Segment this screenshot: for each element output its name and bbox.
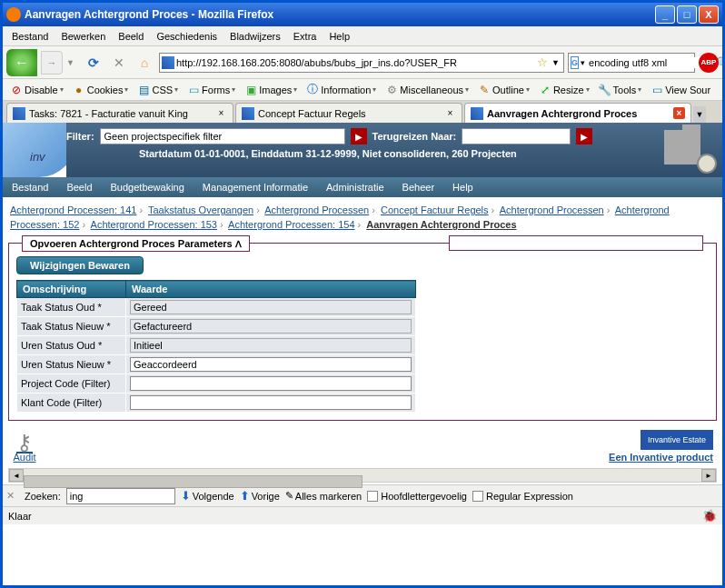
window-close-button[interactable]: X — [699, 5, 719, 24]
status-bar: Klaar 🐞 — [3, 506, 722, 524]
table-row: Uren Status Nieuw * — [17, 355, 416, 374]
tab-concept-factuur[interactable]: Concept Factuur Regels × — [235, 103, 462, 123]
filter-input[interactable] — [100, 128, 345, 145]
crumb-link[interactable]: Achtergrond Processen — [264, 204, 369, 215]
status-bug-icon[interactable]: 🐞 — [702, 509, 717, 523]
find-label: Zoeken: — [25, 491, 61, 502]
uren-status-oud-input[interactable] — [130, 338, 412, 353]
omschrijving-header: Omschrijving — [17, 281, 126, 298]
dev-viewsource[interactable]: ▭View Sour — [647, 82, 714, 98]
back-button[interactable]: ← — [6, 49, 37, 76]
menu-bestand[interactable]: Bestand — [6, 29, 54, 44]
regex-checkbox[interactable]: Regular Expression — [472, 491, 573, 502]
table-row: Taak Status Nieuw * — [17, 317, 416, 336]
dev-css[interactable]: ▤CSS▾ — [134, 82, 182, 98]
menu-bladwijzers[interactable]: Bladwijzers — [224, 29, 286, 44]
dev-miscellaneous[interactable]: ⚙Miscellaneous▾ — [382, 82, 472, 98]
dev-cookies[interactable]: ●Cookies▾ — [69, 82, 133, 98]
site-icon — [162, 56, 174, 69]
forward-button[interactable]: → — [41, 51, 63, 75]
stop-button[interactable]: ✕ — [108, 52, 130, 74]
field-label: Project Code (Filter) — [17, 374, 126, 394]
find-next-button[interactable]: ⬇Volgende — [181, 489, 234, 503]
google-icon[interactable]: G — [571, 56, 579, 69]
tab-list-dropdown[interactable]: ▼ — [693, 106, 706, 123]
invantive-link[interactable]: Een Invantive product — [609, 452, 713, 463]
uren-status-nieuw-input[interactable] — [130, 357, 412, 372]
crumb-link[interactable]: Achtergrond Processen — [500, 204, 604, 215]
menu-beeld[interactable]: Beeld — [113, 29, 149, 44]
save-button[interactable]: Wijzigingen Bewaren — [16, 256, 144, 274]
tab-close-button[interactable]: × — [215, 107, 227, 119]
find-prev-button[interactable]: ⬆Vorige — [240, 489, 280, 503]
dev-disable[interactable]: ⊘Disable▾ — [6, 82, 67, 98]
crumb-link[interactable]: Concept Factuur Regels — [381, 204, 489, 215]
tab-tasks[interactable]: Tasks: 7821 - Facturatie vanuit King × — [6, 103, 233, 123]
dev-information[interactable]: ⓘInformation▾ — [303, 82, 380, 98]
adblock-icon[interactable]: ABP — [699, 53, 719, 73]
app-menu-help[interactable]: Help — [452, 182, 473, 193]
audit-link[interactable]: ⚷ Audit — [12, 434, 37, 463]
collapse-icon: ⴷ — [235, 239, 242, 249]
fieldset-legend[interactable]: Opvoeren Achtergrond Proces Parameters ⴷ — [22, 235, 250, 252]
scroll-right-button[interactable]: ► — [701, 469, 716, 482]
menu-extra[interactable]: Extra — [288, 29, 323, 44]
fieldset-legend-right — [449, 235, 703, 251]
scroll-thumb[interactable] — [24, 475, 362, 488]
url-input[interactable] — [174, 57, 535, 68]
reload-button[interactable]: ⟳ — [83, 52, 104, 74]
find-highlight-button[interactable]: ✎Alles markeren — [285, 490, 362, 502]
url-dropdown[interactable]: ▼ — [550, 58, 561, 67]
bookmark-star-icon[interactable]: ☆ — [535, 55, 550, 69]
arrow-down-icon: ⬇ — [181, 489, 191, 503]
dev-forms[interactable]: ▭Forms▾ — [184, 82, 239, 98]
history-dropdown[interactable]: ▼ — [66, 58, 79, 67]
horizontal-scrollbar[interactable]: ◄ ► — [8, 468, 717, 483]
project-code-input[interactable] — [130, 376, 412, 391]
menu-help[interactable]: Help — [323, 29, 355, 44]
tab-icon — [471, 107, 483, 120]
find-input[interactable] — [66, 488, 175, 504]
dev-outline[interactable]: ✎Outline▾ — [474, 82, 533, 98]
dev-tools[interactable]: 🔧Tools▾ — [595, 82, 646, 98]
terugreizen-label: Terugreizen Naar: — [372, 131, 457, 142]
app-menu-management[interactable]: Management Informatie — [203, 182, 308, 193]
app-menu-beheer[interactable]: Beheer — [402, 182, 434, 193]
taak-status-oud-input[interactable] — [130, 300, 412, 314]
table-row: Klant Code (Filter) — [17, 394, 416, 413]
field-label: Klant Code (Filter) — [17, 394, 126, 413]
dev-resize[interactable]: ⤢Resize▾ — [535, 82, 593, 98]
search-engine-dropdown[interactable]: ▾ — [579, 58, 587, 67]
parameters-table: Omschrijving Waarde Taak Status Oud * Ta… — [16, 280, 416, 413]
window-maximize-button[interactable]: □ — [677, 5, 697, 24]
find-close-button[interactable]: ✕ — [6, 490, 19, 503]
crumb-link[interactable]: Taakstatus Overgangen — [148, 204, 253, 215]
terugreizen-input[interactable] — [462, 128, 571, 145]
dev-images[interactable]: ▣Images▾ — [241, 82, 301, 98]
app-menu-beeld[interactable]: Beeld — [66, 182, 92, 193]
terugreizen-go-button[interactable]: ▶ — [576, 128, 592, 145]
klant-code-input[interactable] — [130, 395, 412, 410]
crumb-link[interactable]: Achtergrond Processen: 153 — [91, 219, 217, 230]
window-minimize-button[interactable]: _ — [655, 5, 675, 24]
menu-geschiedenis[interactable]: Geschiedenis — [151, 29, 223, 44]
search-input[interactable] — [587, 57, 716, 68]
app-menu-administratie[interactable]: Administratie — [326, 182, 384, 193]
home-button[interactable]: ⌂ — [134, 52, 155, 74]
tab-close-button[interactable]: × — [444, 107, 456, 119]
app-menu-bestand[interactable]: Bestand — [12, 182, 48, 193]
app-menubar: Bestand Beeld Budgetbewaking Management … — [3, 177, 722, 197]
crumb-link[interactable]: Achtergrond Processen: 154 — [228, 219, 354, 230]
arrow-up-icon: ⬆ — [240, 489, 250, 503]
crumb-link[interactable]: Achtergrond Processen: 141 — [10, 204, 136, 215]
app-menu-budgetbewaking[interactable]: Budgetbewaking — [111, 182, 184, 193]
table-row: Project Code (Filter) — [17, 374, 416, 394]
taak-status-nieuw-input[interactable] — [130, 319, 412, 334]
menu-bewerken[interactable]: Bewerken — [55, 29, 111, 44]
url-bar: ☆ ▼ — [159, 53, 564, 73]
tab-close-button[interactable]: × — [673, 107, 685, 119]
match-case-checkbox[interactable]: Hoofdlettergevoelig — [367, 491, 467, 502]
filter-go-button[interactable]: ▶ — [351, 128, 367, 145]
scroll-left-button[interactable]: ◄ — [9, 469, 24, 482]
tab-aanvragen[interactable]: Aanvragen Achtergrond Proces × — [464, 103, 691, 123]
